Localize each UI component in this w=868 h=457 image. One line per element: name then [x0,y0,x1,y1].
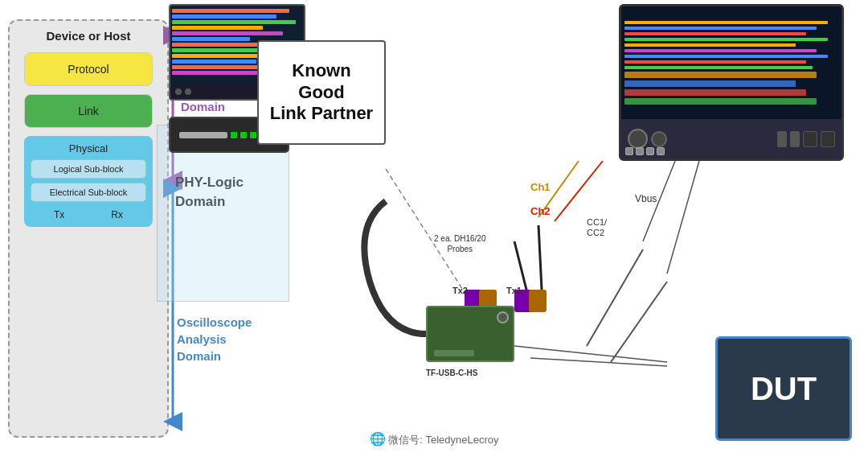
tx1-label: Tx1 [506,286,522,295]
svg-line-6 [667,161,699,274]
connector-label: TF-USB-C-HS [426,368,477,377]
oscilloscope-domain-label: OscilloscopeAnalysisDomain [177,314,252,364]
ch1-label: Ch1 [530,181,551,193]
electrical-sub-block: Electrical Sub-block [31,183,146,202]
protocol-label: Protocol [68,63,108,76]
svg-line-12 [611,282,667,362]
cc-label: CC1/ CC2 [587,217,607,238]
svg-line-9 [514,241,530,306]
tx-rx-row: Tx Rx [31,206,146,220]
link-layer: Link [24,94,153,128]
svg-line-4 [555,161,603,221]
device-panel: Device or Host Protocol Link Physical Lo… [8,19,169,438]
tx-label: Tx [54,209,64,220]
watermark-text: 微信号: TeledyneLecroy [388,434,498,446]
dut-label: DUT [751,371,817,407]
switch-port-1 [231,132,237,138]
rx-label: Rx [111,209,123,220]
tx2-label: Tx2 [452,286,468,295]
osc-screen [621,6,841,119]
switch-port-3 [250,132,256,138]
svg-rect-16 [529,290,547,312]
device-panel-title: Device or Host [46,29,130,43]
vbus-label: Vbus [635,193,657,204]
svg-line-17 [514,346,667,362]
probes-label: 2 ea. DH16/20 Probes [434,233,486,254]
ch2-label: Ch2 [530,205,551,217]
physical-group: Physical Logical Sub-block Electrical Su… [24,136,153,227]
watermark: 🌐 微信号: TeledyneLecroy [370,431,499,447]
switch-port-2 [240,132,247,138]
logical-sub-block: Logical Sub-block [31,159,146,179]
kglp-box: Known Good Link Partner [257,40,386,145]
watermark-icon: 🌐 [370,432,386,446]
link-label: Link [78,105,99,117]
physical-title: Physical [31,142,146,154]
protocol-layer: Protocol [24,52,153,86]
svg-line-11 [587,249,643,346]
dut-box: DUT [715,336,852,441]
connector-board [426,306,514,362]
svg-line-18 [530,358,667,366]
kglp-text: Known Good Link Partner [270,60,373,124]
oscilloscope-device [619,4,844,161]
svg-line-10 [538,225,542,306]
